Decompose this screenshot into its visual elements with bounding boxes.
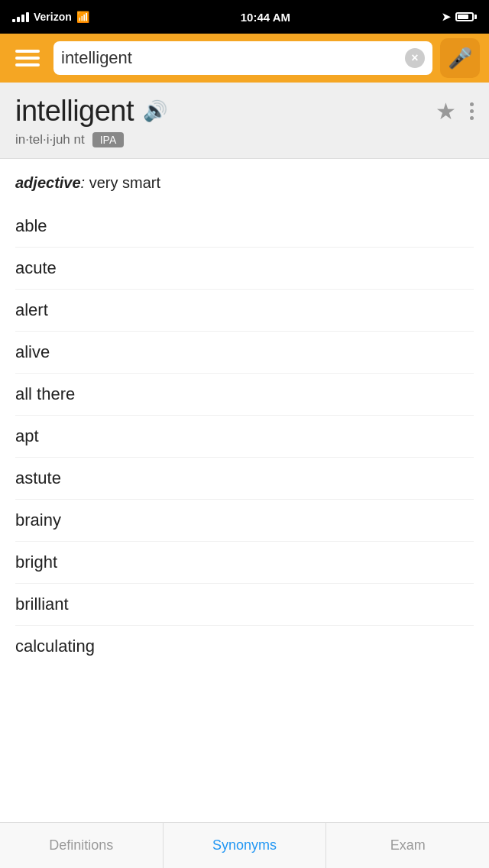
favorite-icon[interactable]: ★ xyxy=(436,98,456,125)
pronunciation-text: in·tel·i·juh nt xyxy=(15,132,85,147)
search-box: × xyxy=(53,41,432,75)
list-item[interactable]: acute xyxy=(15,248,474,290)
toolbar: × 🎤 xyxy=(0,34,489,83)
pos-label: adjective xyxy=(15,174,81,191)
word-actions: ★ xyxy=(436,98,474,125)
wifi-icon: 📶 xyxy=(76,11,89,23)
word-header: intelligent 🔊 ★ in·tel·i·juh nt IPA xyxy=(0,83,489,159)
tab-definitions[interactable]: Definitions xyxy=(0,823,164,868)
synonym-list: able acute alert alive all there apt ast… xyxy=(15,206,474,667)
status-right: ➤ xyxy=(442,11,477,23)
pronunciation-row: in·tel·i·juh nt IPA xyxy=(15,132,474,147)
tab-synonyms[interactable]: Synonyms xyxy=(164,823,327,868)
list-item[interactable]: brilliant xyxy=(15,584,474,626)
tab-exam-label: Exam xyxy=(390,837,426,853)
list-item[interactable]: bright xyxy=(15,542,474,584)
list-item[interactable]: calculating xyxy=(15,626,474,667)
list-item[interactable]: apt xyxy=(15,416,474,458)
list-item[interactable]: alert xyxy=(15,290,474,332)
more-options-button[interactable] xyxy=(470,102,474,120)
list-item[interactable]: alive xyxy=(15,332,474,374)
time-label: 10:44 AM xyxy=(241,11,290,24)
speaker-icon[interactable]: 🔊 xyxy=(143,99,167,123)
tab-synonyms-label: Synonyms xyxy=(212,837,277,853)
word-left: intelligent 🔊 xyxy=(15,95,167,128)
status-left: Verizon 📶 xyxy=(12,11,89,23)
status-bar: Verizon 📶 10:44 AM ➤ xyxy=(0,0,489,34)
signal-icon xyxy=(12,12,29,22)
battery-icon xyxy=(455,12,477,21)
search-input[interactable] xyxy=(61,48,405,68)
tab-exam[interactable]: Exam xyxy=(326,823,489,868)
tab-definitions-label: Definitions xyxy=(49,837,113,853)
pos-meaning: very smart xyxy=(89,174,160,191)
mic-button[interactable]: 🎤 xyxy=(440,38,480,78)
menu-button[interactable] xyxy=(9,40,46,76)
list-item[interactable]: all there xyxy=(15,374,474,416)
list-item[interactable]: brainy xyxy=(15,500,474,542)
content-area: adjective: very smart able acute alert a… xyxy=(0,159,489,830)
clear-button[interactable]: × xyxy=(405,48,425,68)
carrier-label: Verizon xyxy=(34,11,72,23)
mic-icon: 🎤 xyxy=(448,47,472,70)
bottom-tabs: Definitions Synonyms Exam xyxy=(0,822,489,868)
list-item[interactable]: astute xyxy=(15,458,474,500)
ipa-button[interactable]: IPA xyxy=(92,132,125,147)
word-title: intelligent xyxy=(15,95,134,128)
location-icon: ➤ xyxy=(442,11,451,23)
part-of-speech-line: adjective: very smart xyxy=(15,174,474,192)
list-item[interactable]: able xyxy=(15,206,474,248)
